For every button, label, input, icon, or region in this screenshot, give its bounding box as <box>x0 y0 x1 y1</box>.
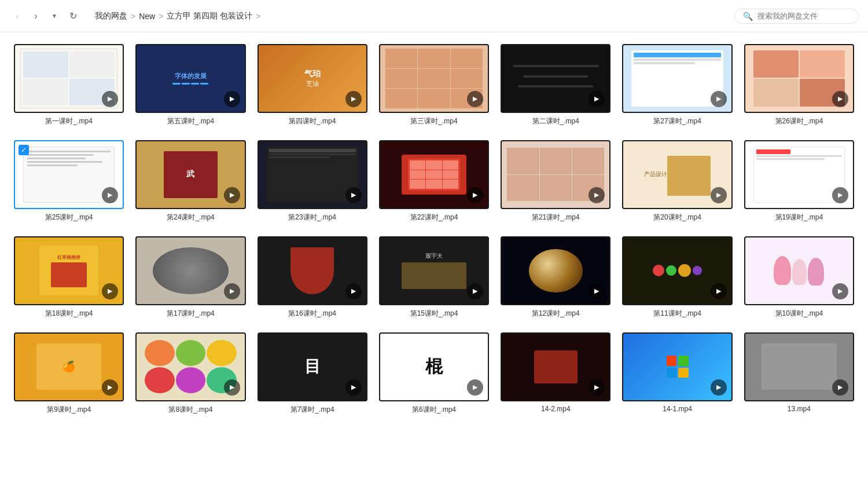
file-card[interactable]: 🍊 ▶第9课时_.mp4 <box>12 330 126 417</box>
file-card[interactable]: 目 ▶第7课时_.mp4 <box>255 330 370 417</box>
file-label: 第22课时_.mp4 <box>379 213 489 222</box>
file-thumbnail: ▶ <box>622 332 732 401</box>
play-button[interactable]: ▶ <box>345 187 362 203</box>
file-card[interactable]: 产品设计 ▶第20课时_.mp4 <box>620 138 734 225</box>
file-label: 第9课时_.mp4 <box>14 405 124 415</box>
file-label: 第五课时_.mp4 <box>135 116 245 126</box>
breadcrumb: 我的网盘 > New > 立方甲 第四期 包装设计 > <box>95 11 734 21</box>
file-thumbnail: ▶ <box>501 236 610 305</box>
file-label: 第17课时_.mp4 <box>135 309 245 319</box>
file-label: 14-1.mp4 <box>622 405 732 413</box>
play-button[interactable]: ▶ <box>832 379 848 396</box>
file-grid: ▶第一课时_.mp4 字体的发展 ▶第五课时_.mp4 气珀 芝油 ▶第四课时_… <box>12 42 856 417</box>
file-card[interactable]: 棍 ▶第6课时_.mp4 <box>377 330 491 417</box>
breadcrumb-home[interactable]: 我的网盘 <box>95 11 127 21</box>
play-button[interactable]: ▶ <box>345 91 362 107</box>
play-button[interactable]: ▶ <box>711 91 727 107</box>
file-label: 第23课时_.mp4 <box>258 213 367 222</box>
file-card[interactable]: ▶第11课时_.mp4 <box>620 234 734 321</box>
file-card[interactable]: ▶第三课时_.mp4 <box>377 42 491 129</box>
file-card[interactable]: ▶第二课时_.mp4 <box>498 42 613 129</box>
file-label: 第11课时_.mp4 <box>622 309 732 319</box>
breadcrumb-new[interactable]: New <box>139 12 155 21</box>
file-card[interactable]: ▶第8课时_.mp4 <box>133 330 248 417</box>
play-button[interactable]: ▶ <box>832 91 848 107</box>
file-label: 第7课时_.mp4 <box>258 405 367 415</box>
file-thumbnail: ▶ <box>258 236 367 305</box>
file-label: 第16课时_.mp4 <box>258 309 367 319</box>
file-card[interactable]: ▶第10课时_.mp4 <box>742 234 856 321</box>
file-card[interactable]: ▶第19课时_.mp4 <box>742 138 856 225</box>
file-card[interactable]: ▶第16课时_.mp4 <box>255 234 370 321</box>
file-thumbnail: ▶ <box>258 140 367 209</box>
breadcrumb-folder[interactable]: 立方甲 第四期 包装设计 <box>167 11 252 21</box>
file-label: 第12课时_.mp4 <box>501 309 610 319</box>
file-card[interactable]: ▶14-1.mp4 <box>620 330 734 417</box>
file-thumbnail: 棍 ▶ <box>379 332 489 401</box>
file-thumbnail: ▶ <box>379 140 489 209</box>
file-label: 第二课时_.mp4 <box>501 116 610 126</box>
play-button[interactable]: ▶ <box>467 91 483 107</box>
file-label: 13.mp4 <box>744 405 854 413</box>
play-button[interactable]: ▶ <box>711 379 727 396</box>
play-button[interactable]: ▶ <box>832 187 848 203</box>
play-button[interactable]: ▶ <box>345 283 362 299</box>
file-label: 第三课时_.mp4 <box>379 116 489 126</box>
file-card[interactable]: 红枣桃桃饼 ▶第18课时_.mp4 <box>12 234 126 321</box>
forward-button[interactable]: › <box>28 8 44 24</box>
file-thumbnail: ✓▶ <box>14 140 124 209</box>
file-card[interactable]: ▶13.mp4 <box>742 330 856 417</box>
file-card[interactable]: 字体的发展 ▶第五课时_.mp4 <box>133 42 248 129</box>
file-card[interactable]: ▶第23课时_.mp4 <box>255 138 370 225</box>
play-button[interactable]: ▶ <box>102 283 118 299</box>
file-card[interactable]: ▶第27课时_.mp4 <box>620 42 734 129</box>
file-thumbnail: ▶ <box>622 44 732 113</box>
play-button[interactable]: ▶ <box>467 283 483 299</box>
file-label: 第19课时_.mp4 <box>744 213 854 222</box>
play-button[interactable]: ▶ <box>711 283 727 299</box>
play-button[interactable]: ▶ <box>224 283 240 299</box>
play-button[interactable]: ▶ <box>711 187 727 203</box>
file-thumbnail: ▶ <box>501 44 610 113</box>
file-thumbnail: ▶ <box>622 236 732 305</box>
play-button[interactable]: ▶ <box>589 283 605 299</box>
refresh-button[interactable]: ↻ <box>65 8 81 24</box>
file-card[interactable]: 气珀 芝油 ▶第四课时_.mp4 <box>255 42 370 129</box>
file-thumbnail: ▶ <box>501 332 610 401</box>
file-label: 第21课时_.mp4 <box>501 213 610 222</box>
file-grid-container: ▶第一课时_.mp4 字体的发展 ▶第五课时_.mp4 气珀 芝油 ▶第四课时_… <box>0 32 868 501</box>
file-card[interactable]: ▶第12课时_.mp4 <box>498 234 613 321</box>
play-button[interactable]: ▶ <box>467 187 483 203</box>
file-card[interactable]: ▶14-2.mp4 <box>498 330 613 417</box>
file-thumbnail: ▶ <box>14 44 124 113</box>
file-label: 14-2.mp4 <box>501 405 610 413</box>
file-thumbnail: ▶ <box>379 44 489 113</box>
file-thumbnail: 产品设计 ▶ <box>622 140 732 209</box>
file-card[interactable]: ▶第17课时_.mp4 <box>133 234 248 321</box>
file-label: 第10课时_.mp4 <box>744 309 854 319</box>
file-label: 第6课时_.mp4 <box>379 405 489 415</box>
file-card[interactable]: ✓▶第25课时_.mp4 <box>12 138 126 225</box>
file-card[interactable]: 履宇夫 ▶第15课时_.mp4 <box>377 234 491 321</box>
play-button[interactable]: ▶ <box>224 187 240 203</box>
file-card[interactable]: ▶第26课时_.mp4 <box>742 42 856 129</box>
file-label: 第15课时_.mp4 <box>379 309 489 319</box>
play-button[interactable]: ▶ <box>832 283 848 299</box>
play-button[interactable]: ▶ <box>224 91 240 107</box>
dropdown-button[interactable]: ▼ <box>46 8 62 24</box>
play-button[interactable]: ▶ <box>467 379 483 396</box>
play-button[interactable]: ▶ <box>102 379 118 396</box>
file-thumbnail: 🍊 ▶ <box>14 332 124 401</box>
file-card[interactable]: 武 ▶第24课时_.mp4 <box>133 138 248 225</box>
play-button[interactable]: ▶ <box>102 187 118 203</box>
search-box[interactable]: 🔍 <box>734 9 859 24</box>
file-card[interactable]: ▶第一课时_.mp4 <box>12 42 126 129</box>
file-card[interactable]: ▶第21课时_.mp4 <box>498 138 613 225</box>
search-input[interactable] <box>757 12 850 20</box>
play-button[interactable]: ▶ <box>345 379 362 396</box>
file-card[interactable]: ▶第22课时_.mp4 <box>377 138 491 225</box>
file-thumbnail: ▶ <box>744 332 854 401</box>
back-button[interactable]: ‹ <box>9 8 25 24</box>
play-button[interactable]: ▶ <box>224 379 240 396</box>
play-button[interactable]: ▶ <box>589 379 605 396</box>
